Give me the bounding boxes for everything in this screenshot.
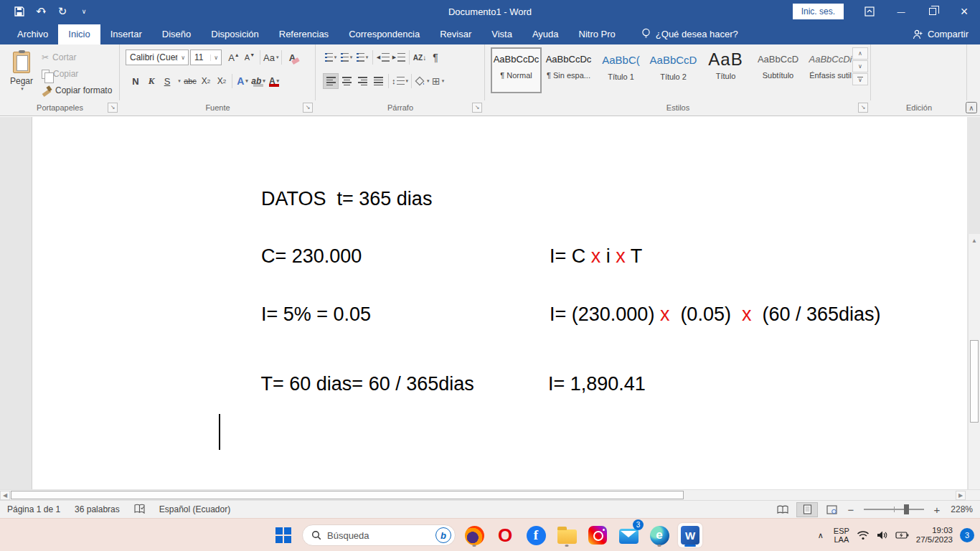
style-enfasis-sutil[interactable]: AaBbCcDi Énfasis sutil	[805, 47, 856, 93]
decrease-indent-button[interactable]: ◀	[375, 50, 391, 65]
change-case-button[interactable]: Aa▾	[263, 50, 279, 65]
start-button[interactable]	[271, 523, 296, 547]
tab-vista[interactable]: Vista	[481, 24, 522, 44]
zoom-level[interactable]: 228%	[946, 504, 973, 514]
styles-gallery-more-button[interactable]: ∨	[852, 73, 868, 85]
format-painter-button[interactable]: Copiar formato	[42, 83, 112, 98]
tab-disposicion[interactable]: Disposición	[201, 24, 268, 44]
tab-referencias[interactable]: Referencias	[269, 24, 339, 44]
justify-button[interactable]	[370, 73, 386, 89]
style-sin-espaciado[interactable]: AaBbCcDc ¶ Sin espa...	[543, 47, 594, 93]
paste-button[interactable]: Pegar ▾	[6, 48, 37, 97]
align-right-button[interactable]	[354, 73, 370, 89]
shrink-font-button[interactable]: A▼	[242, 50, 258, 65]
style-normal[interactable]: AaBbCcDc ¶ Normal	[491, 47, 542, 93]
increase-indent-button[interactable]: ▶	[391, 50, 407, 65]
language-status[interactable]: Español (Ecuador)	[152, 504, 237, 514]
style-titulo-1[interactable]: AaBbC( Título 1	[595, 47, 646, 93]
share-button[interactable]: Compartir	[913, 29, 980, 44]
tab-nitro-pro[interactable]: Nitro Pro	[569, 24, 626, 44]
taskbar-mail[interactable]: 3	[616, 523, 641, 547]
taskbar-word[interactable]: W	[678, 523, 702, 547]
tell-me-box[interactable]: ¿Qué desea hacer?	[641, 28, 738, 44]
ribbon-display-options-button[interactable]	[854, 0, 885, 23]
multilevel-list-button[interactable]: ▾	[354, 50, 370, 65]
bold-button[interactable]: N	[128, 73, 143, 89]
vertical-scroll-thumb[interactable]	[970, 340, 979, 423]
line-spacing-button[interactable]: ↕▾	[391, 73, 409, 89]
taskbar-opera[interactable]: O	[493, 523, 517, 547]
font-size-combobox[interactable]: 11 ∨	[190, 50, 222, 65]
scroll-left-button[interactable]: ◀	[0, 491, 10, 500]
align-left-button[interactable]	[323, 73, 339, 89]
notification-badge[interactable]: 3	[960, 528, 974, 542]
italic-button[interactable]: K	[143, 73, 159, 89]
taskbar-facebook[interactable]: f	[524, 523, 548, 547]
font-color-button[interactable]: A▾	[266, 73, 282, 89]
wifi-button[interactable]	[857, 530, 870, 540]
tab-diseno[interactable]: Diseño	[152, 24, 201, 44]
taskbar-search-box[interactable]: b	[302, 524, 456, 546]
sign-in-button[interactable]: Inic. ses.	[793, 4, 844, 19]
align-center-button[interactable]	[339, 73, 354, 89]
numbering-button[interactable]: ▾	[339, 50, 354, 65]
word-count-status[interactable]: 36 palabras	[67, 504, 127, 514]
print-layout-button[interactable]	[796, 502, 818, 517]
strikethrough-button[interactable]: abc	[182, 73, 198, 89]
taskbar-firefox[interactable]	[462, 523, 486, 547]
search-input[interactable]	[327, 530, 420, 541]
borders-button[interactable]: ⊞▾	[430, 73, 446, 89]
underline-dropdown-button[interactable]: ▾	[175, 73, 182, 89]
proofing-status[interactable]	[127, 504, 152, 516]
battery-button[interactable]	[895, 531, 909, 540]
grow-font-button[interactable]: A▲	[226, 50, 242, 65]
volume-button[interactable]	[877, 530, 888, 540]
superscript-button[interactable]: X2	[214, 73, 230, 89]
paragraph-dialog-launcher[interactable]: ↘	[472, 103, 482, 113]
read-mode-button[interactable]	[772, 502, 793, 517]
highlight-button[interactable]: ab▾	[250, 73, 266, 89]
styles-dialog-launcher[interactable]: ↘	[858, 103, 868, 113]
show-paragraph-marks-button[interactable]: ¶	[428, 50, 443, 65]
tray-overflow-button[interactable]: ∧	[815, 528, 826, 543]
taskbar-edge[interactable]: e	[647, 523, 672, 547]
style-titulo-2[interactable]: AaBbCcD Título 2	[648, 47, 699, 93]
tab-correspondencia[interactable]: Correspondencia	[339, 24, 430, 44]
clipboard-dialog-launcher[interactable]: ↘	[108, 103, 118, 113]
style-titulo[interactable]: AaB Título	[700, 47, 751, 93]
clock[interactable]: 19:03 27/5/2023	[916, 526, 953, 545]
zoom-out-button[interactable]: −	[845, 504, 857, 516]
font-dialog-launcher[interactable]: ↘	[303, 103, 313, 113]
horizontal-scroll-thumb[interactable]	[11, 491, 684, 499]
minimize-button[interactable]: —	[885, 0, 917, 23]
web-layout-button[interactable]	[821, 502, 842, 517]
tab-revisar[interactable]: Revisar	[430, 24, 481, 44]
subscript-button[interactable]: X2	[198, 73, 214, 89]
tab-insertar[interactable]: Insertar	[100, 24, 152, 44]
horizontal-scrollbar[interactable]: ◀ ▶	[0, 489, 980, 500]
shading-button[interactable]: ▾	[414, 73, 430, 89]
taskbar-file-explorer[interactable]	[555, 523, 579, 547]
zoom-in-button[interactable]: +	[931, 504, 943, 516]
zoom-slider[interactable]	[864, 509, 924, 510]
undo-button[interactable]: ↶▾	[32, 3, 50, 20]
style-subtitulo[interactable]: AaBbCcD Subtítulo	[753, 47, 804, 93]
styles-scroll-up-button[interactable]: ∧	[852, 47, 868, 60]
taskbar-instagram[interactable]	[585, 523, 610, 547]
restore-button[interactable]	[917, 0, 948, 23]
text-effects-button[interactable]: A▾	[235, 73, 250, 89]
tab-archivo[interactable]: Archivo	[7, 24, 58, 44]
styles-scroll-down-button[interactable]: ∨	[852, 60, 868, 72]
tab-inicio[interactable]: Inicio	[58, 24, 100, 44]
underline-button[interactable]: S	[159, 73, 175, 89]
scroll-right-button[interactable]: ▶	[956, 491, 966, 500]
document-page[interactable]: DATOS t= 365 dias C= 230.000 I= C x i x …	[32, 117, 967, 489]
close-button[interactable]: ×	[948, 0, 980, 23]
collapse-ribbon-button[interactable]: ∧	[966, 102, 977, 113]
sort-button[interactable]: AZ↓	[412, 50, 428, 65]
zoom-slider-thumb[interactable]	[904, 504, 909, 514]
clear-formatting-button[interactable]: A	[284, 50, 300, 65]
scroll-up-button[interactable]: ▲	[969, 235, 980, 246]
bullets-button[interactable]: ▾	[323, 50, 339, 65]
save-button[interactable]	[10, 3, 29, 20]
